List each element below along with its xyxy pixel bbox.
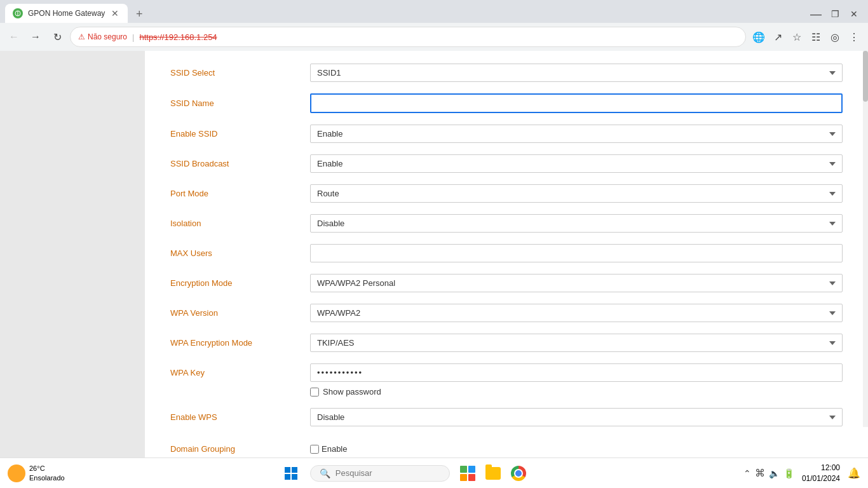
volume-icon[interactable]: 🔈	[769, 468, 780, 478]
minimize-button[interactable]: —	[807, 5, 825, 23]
isolation-label: Isolation	[170, 219, 310, 228]
wpa-encryption-row: WPA Encryption Mode TKIP/AES TKIP AES	[170, 334, 843, 352]
ssid-name-input[interactable]: Rede	[310, 93, 843, 113]
file-explorer-icon[interactable]	[483, 463, 503, 484]
sidebar-button[interactable]: ☷	[807, 28, 825, 46]
wifi-icon[interactable]: ⌘	[755, 467, 765, 479]
scrollbar-thumb[interactable]	[863, 51, 868, 102]
tab-favicon	[13, 8, 23, 18]
taskbar: 26°C Ensolarado 🔍	[0, 458, 868, 488]
domain-grouping-control: Enable	[310, 444, 843, 454]
wpa-key-row: WPA Key	[170, 363, 843, 382]
weather-widget: 26°C Ensolarado	[8, 464, 65, 482]
ssid-broadcast-row: SSID Broadcast Enable Disable	[170, 154, 843, 173]
menu-button[interactable]: ⋮	[845, 28, 863, 46]
url-separator: |	[132, 32, 134, 42]
forward-button[interactable]: →	[27, 28, 44, 46]
tab-title: GPON Home Gateway	[28, 9, 105, 18]
wpa-key-input[interactable]	[310, 363, 843, 382]
ssid-name-label: SSID Name	[170, 98, 310, 108]
max-users-row: MAX Users 32	[170, 244, 843, 262]
security-warning: ⚠ Não seguro	[78, 32, 127, 41]
wpa-encryption-dropdown[interactable]: TKIP/AES TKIP AES	[310, 334, 843, 352]
isolation-row: Isolation Disable Enable	[170, 214, 843, 233]
ssid-broadcast-control: Enable Disable	[310, 154, 843, 173]
taskbar-right: ⌃ ⌘ 🔈 🔋 12:00 01/01/2024 🔔	[743, 463, 860, 484]
domain-grouping-row: Domain Grouping Enable	[170, 444, 843, 454]
encryption-mode-row: Encryption Mode WPA/WPA2 Personal WPA/WP…	[170, 274, 843, 292]
enable-ssid-row: Enable SSID Enable Disable	[170, 125, 843, 143]
browser-chrome: GPON Home Gateway ✕ + — ❐ ✕ ← → ↻ ⚠ Não …	[0, 0, 868, 51]
ssid-select-row: SSID Select SSID1 SSID2 SSID3 SSID4	[170, 64, 843, 82]
battery-icon[interactable]: 🔋	[783, 468, 794, 478]
folder-icon	[485, 467, 501, 480]
wpa-version-dropdown[interactable]: WPA/WPA2 WPA WPA2	[310, 304, 843, 322]
taskbar-apps	[458, 463, 529, 484]
encryption-mode-dropdown[interactable]: WPA/WPA2 Personal WPA/WPA2 Enterprise No…	[310, 274, 843, 292]
system-icons: ⌃ ⌘ 🔈 🔋	[743, 467, 794, 479]
spacer	[170, 438, 843, 444]
warning-icon: ⚠	[78, 32, 85, 41]
chevron-up-icon[interactable]: ⌃	[743, 468, 751, 478]
wpa-key-control	[310, 363, 843, 382]
close-button[interactable]: ✕	[845, 5, 863, 23]
maximize-button[interactable]: ❐	[826, 5, 844, 23]
ssid-select-label: SSID Select	[170, 68, 310, 78]
svg-rect-5	[468, 474, 475, 481]
weather-icon	[8, 464, 25, 482]
taskbar-left: 26°C Ensolarado	[8, 464, 65, 482]
url-bar[interactable]: ⚠ Não seguro | https://192.168.1.254	[70, 27, 746, 47]
enable-wps-label: Enable WPS	[170, 412, 310, 422]
domain-grouping-checkbox-wrapper: Enable	[310, 444, 843, 454]
ssid-select-control: SSID1 SSID2 SSID3 SSID4	[310, 64, 843, 82]
svg-rect-4	[460, 474, 467, 481]
translate-button[interactable]: 🌐	[750, 28, 768, 46]
notification-icon[interactable]: 🔔	[848, 467, 860, 479]
main-content: SSID Select SSID1 SSID2 SSID3 SSID4 SSID…	[145, 51, 868, 458]
bookmark-button[interactable]: ☆	[788, 28, 806, 46]
url-text: https://192.168.1.254	[139, 32, 217, 42]
wpa-key-label: WPA Key	[170, 368, 310, 377]
isolation-dropdown[interactable]: Disable Enable	[310, 214, 843, 233]
clock: 12:00 01/01/2024	[802, 463, 840, 484]
start-button[interactable]	[280, 462, 302, 485]
domain-grouping-label: Domain Grouping	[170, 444, 310, 454]
encryption-mode-control: WPA/WPA2 Personal WPA/WPA2 Enterprise No…	[310, 274, 843, 292]
search-box[interactable]: 🔍	[310, 465, 450, 482]
puzzle-app-icon[interactable]	[458, 463, 478, 484]
port-mode-row: Port Mode Route Bridge	[170, 184, 843, 203]
reload-button[interactable]: ↻	[48, 28, 66, 46]
enable-wps-control: Disable Enable	[310, 408, 843, 426]
browser-tab[interactable]: GPON Home Gateway ✕	[5, 4, 128, 23]
address-bar: ← → ↻ ⚠ Não seguro | https://192.168.1.2…	[0, 23, 868, 51]
port-mode-label: Port Mode	[170, 189, 310, 198]
port-mode-dropdown[interactable]: Route Bridge	[310, 184, 843, 203]
profile-button[interactable]: ◎	[826, 28, 844, 46]
port-mode-control: Route Bridge	[310, 184, 843, 203]
chrome-icon[interactable]	[508, 463, 529, 484]
isolation-control: Disable Enable	[310, 214, 843, 233]
new-tab-button[interactable]: +	[130, 5, 148, 23]
enable-ssid-dropdown[interactable]: Enable Disable	[310, 125, 843, 143]
ssid-broadcast-label: SSID Broadcast	[170, 159, 310, 168]
taskbar-center: 🔍	[65, 462, 743, 485]
svg-rect-2	[460, 466, 467, 473]
show-password-label: Show password	[323, 387, 381, 396]
max-users-input[interactable]: 32	[310, 244, 843, 262]
ssid-broadcast-dropdown[interactable]: Enable Disable	[310, 154, 843, 173]
back-button[interactable]: ←	[5, 28, 23, 46]
wpa-version-control: WPA/WPA2 WPA WPA2	[310, 304, 843, 322]
domain-grouping-checkbox[interactable]	[310, 445, 319, 454]
ssid-name-control: Rede	[310, 93, 843, 113]
tab-close-button[interactable]: ✕	[110, 8, 120, 18]
enable-wps-dropdown[interactable]: Disable Enable	[310, 408, 843, 426]
ssid-select-dropdown[interactable]: SSID1 SSID2 SSID3 SSID4	[310, 64, 843, 82]
enable-wps-row: Enable WPS Disable Enable	[170, 408, 843, 426]
enable-ssid-control: Enable Disable	[310, 125, 843, 143]
share-button[interactable]: ↗	[769, 28, 787, 46]
clock-time: 12:00	[802, 463, 840, 473]
show-password-checkbox[interactable]	[310, 388, 319, 396]
scrollbar-track[interactable]	[863, 51, 868, 427]
weather-text: 26°C Ensolarado	[29, 464, 65, 482]
search-input[interactable]	[336, 468, 431, 478]
